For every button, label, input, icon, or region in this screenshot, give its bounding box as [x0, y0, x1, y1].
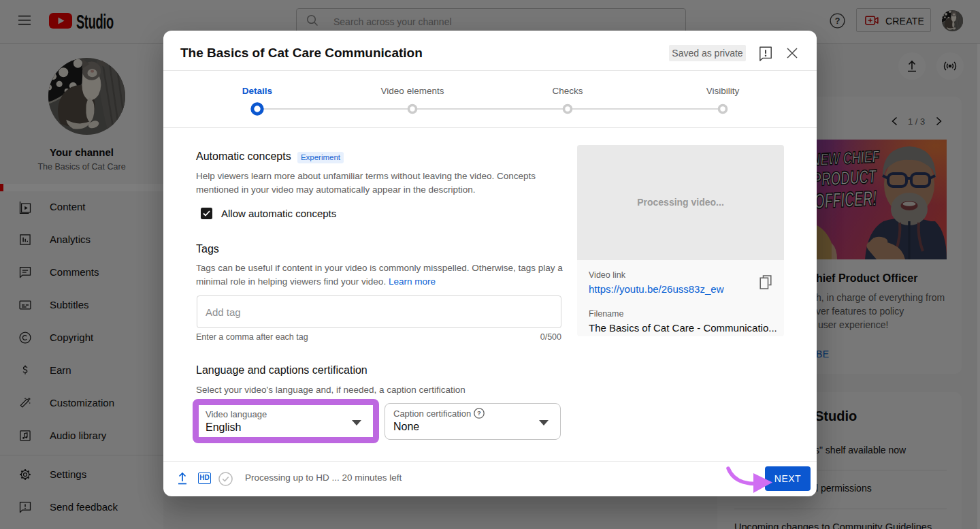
- svg-text:?: ?: [477, 409, 481, 417]
